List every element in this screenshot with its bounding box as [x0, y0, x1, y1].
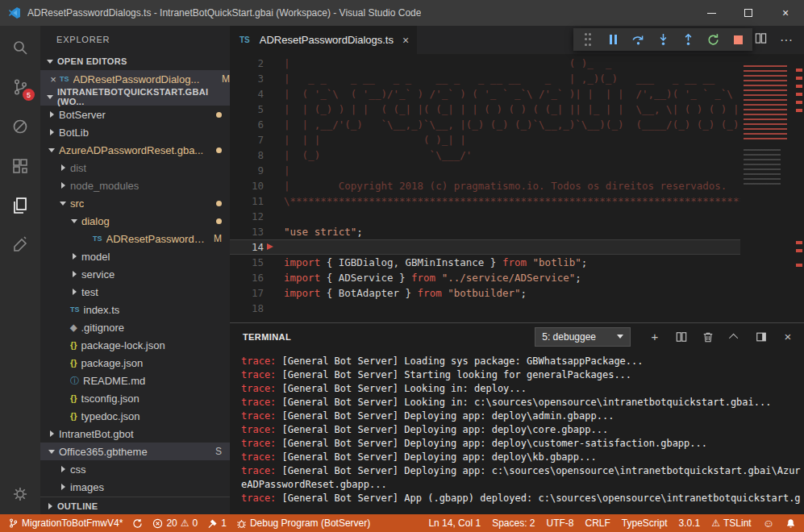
error-icon: [152, 518, 163, 529]
tree-item[interactable]: src: [40, 194, 230, 212]
tree-item[interactable]: images: [40, 478, 230, 496]
typescript-version[interactable]: 3.0.1: [679, 517, 701, 529]
overview-ruler[interactable]: [794, 54, 804, 322]
line-number: 3: [230, 71, 264, 86]
tree-item[interactable]: test: [40, 283, 230, 301]
tree-item[interactable]: IntranetBot.gbot: [40, 425, 230, 443]
minimap[interactable]: [740, 54, 794, 322]
code-line[interactable]: 9| |: [230, 163, 804, 178]
tab-adresetpassworddialogs[interactable]: TS ADResetPasswordDialogs.ts ×: [230, 26, 417, 54]
tree-item[interactable]: {}tsconfig.json: [40, 389, 230, 407]
tree-item[interactable]: model: [40, 247, 230, 265]
terminal-selector[interactable]: 5: debuggee: [535, 327, 631, 347]
terminal-tab[interactable]: TERMINAL: [243, 332, 291, 342]
code-line[interactable]: 2| ( )_ _ |: [230, 56, 804, 71]
restart-button[interactable]: [706, 32, 720, 47]
indentation[interactable]: Spaces: 2: [492, 517, 535, 529]
tree-item[interactable]: node_modules: [40, 177, 230, 194]
terminal-output[interactable]: trace: [General Bot Server] Loading sys …: [230, 350, 804, 514]
drag-handle[interactable]: [581, 32, 595, 47]
tslint-status[interactable]: ⚠TSLint: [711, 517, 751, 529]
tree-item[interactable]: ◆.gitignore: [40, 318, 230, 336]
open-editors-header[interactable]: OPEN EDITORS: [40, 52, 230, 70]
code-line[interactable]: 18: [230, 301, 804, 316]
step-into-button[interactable]: [656, 32, 670, 47]
code-line[interactable]: 10| Copyright 2018 (c) pragmatismo.io. T…: [230, 178, 804, 193]
code-line[interactable]: 15import { IGBDialog, GBMinInstance } fr…: [230, 255, 804, 270]
tree-item[interactable]: TSindex.ts: [40, 301, 230, 318]
eol-sequence[interactable]: CRLF: [585, 517, 610, 529]
language-mode[interactable]: TypeScript: [622, 517, 668, 529]
code-line[interactable]: 7| | | ( )_| | |: [230, 132, 804, 148]
notifications-bell-icon[interactable]: [785, 518, 796, 529]
debug-status[interactable]: Debug Program (BotServer): [236, 517, 370, 529]
tree-item[interactable]: ⓘREADME.md: [40, 372, 230, 389]
search-icon[interactable]: [10, 37, 31, 58]
step-out-button[interactable]: [681, 32, 695, 47]
tree-item[interactable]: BotLib: [40, 123, 230, 141]
code-line[interactable]: 3| _ _ _ __ _ _ __ _ _ __ __ _ | ,_)(_) …: [230, 71, 804, 86]
stop-button[interactable]: [731, 32, 745, 47]
kill-terminal-icon[interactable]: [702, 330, 714, 343]
code-line[interactable]: 12: [230, 209, 804, 224]
source-control-icon[interactable]: 5: [10, 77, 31, 98]
code-line[interactable]: 14: [230, 239, 804, 255]
close-editor-icon[interactable]: ×: [47, 73, 60, 85]
tree-item[interactable]: AzureADPasswordReset.gba...: [40, 141, 230, 159]
outline-section-header[interactable]: OUTLINE: [40, 497, 230, 514]
panel-header: TERMINAL 5: debuggee +: [230, 323, 804, 350]
feedback-smiley-icon[interactable]: ☺: [763, 517, 774, 529]
close-tab-icon[interactable]: ×: [402, 34, 409, 47]
code-line[interactable]: 16import { ADService } from "../service/…: [230, 270, 804, 285]
tree-item[interactable]: service: [40, 265, 230, 283]
close-panel-icon[interactable]: ×: [781, 330, 794, 343]
open-editor-item[interactable]: × TS ADResetPasswordDialog... M: [40, 70, 230, 88]
tree-item[interactable]: {}typedoc.json: [40, 407, 230, 425]
json-file-icon: {}: [70, 411, 77, 421]
extensions-icon[interactable]: [10, 156, 31, 177]
explorer-icon[interactable]: [10, 195, 31, 216]
split-terminal-icon[interactable]: [675, 330, 688, 343]
code-line[interactable]: 5| | (_) ) | | ( (_| |( (_| | | ( ) ( ) …: [230, 102, 804, 117]
debug-icon[interactable]: [10, 116, 31, 137]
chevron-down-icon: [617, 335, 623, 339]
encoding[interactable]: UTF-8: [547, 517, 574, 529]
split-editor-icon[interactable]: [755, 32, 767, 48]
terminal-line: trace: [General Bot Server] Deploying ap…: [241, 423, 804, 437]
code-line[interactable]: 4| ( '_`\ ( '__)/'_` ) /'_` ) ( '_ ` _`\…: [230, 86, 804, 102]
tasks-status[interactable]: 1: [207, 517, 227, 529]
tree-item[interactable]: {}package-lock.json: [40, 336, 230, 354]
step-over-button[interactable]: [631, 32, 645, 47]
workspace-section-header[interactable]: INTRANETBOTQUICKSTART.GBAI (WO...: [40, 88, 230, 106]
new-terminal-icon[interactable]: +: [648, 330, 661, 343]
tree-item-label: .gitignore: [81, 322, 123, 334]
tree-item[interactable]: TSADResetPasswordDial...M: [40, 230, 230, 247]
tree-item[interactable]: BotServer: [40, 106, 230, 123]
git-branch-status[interactable]: MigrationToBotFmwV4*: [8, 517, 123, 529]
code-line[interactable]: 11\*************************************…: [230, 193, 804, 209]
close-button[interactable]: ×: [767, 0, 804, 26]
explorer-sidebar: EXPLORER OPEN EDITORS × TS ADResetPasswo…: [40, 26, 230, 514]
chevron-collapsed-icon: [58, 463, 70, 476]
pause-button[interactable]: [606, 32, 620, 47]
sync-status[interactable]: [132, 518, 143, 529]
tree-item[interactable]: dialog: [40, 212, 230, 230]
more-actions-icon[interactable]: ···: [780, 33, 793, 48]
maximize-button[interactable]: [730, 0, 767, 26]
code-line[interactable]: 13"use strict";: [230, 224, 804, 239]
tree-item[interactable]: {}package.json: [40, 354, 230, 372]
tree-item[interactable]: Office365.gbthemeS: [40, 443, 230, 460]
code-line[interactable]: 8| (_) `\___/' |: [230, 148, 804, 163]
edit-icon[interactable]: [10, 235, 31, 256]
code-editor[interactable]: 2| ( )_ _ |3| _ _ _ __ _ _ __ _ _ __ __ …: [230, 54, 804, 322]
gear-icon[interactable]: [10, 484, 31, 505]
tree-item[interactable]: css: [40, 460, 230, 478]
maximize-panel-icon[interactable]: [728, 330, 741, 343]
toggle-panel-icon[interactable]: [755, 330, 768, 343]
tree-item[interactable]: dist: [40, 159, 230, 177]
minimize-button[interactable]: [693, 0, 730, 26]
code-line[interactable]: 6| | ,__/'(_) `\__,_)`\__, |(_) (_) (_)`…: [230, 117, 804, 132]
code-line[interactable]: 17import { BotAdapter } from "botbuilder…: [230, 285, 804, 301]
cursor-position[interactable]: Ln 14, Col 1: [428, 517, 481, 529]
problems-status[interactable]: 20 ⚠ 0: [152, 517, 198, 529]
